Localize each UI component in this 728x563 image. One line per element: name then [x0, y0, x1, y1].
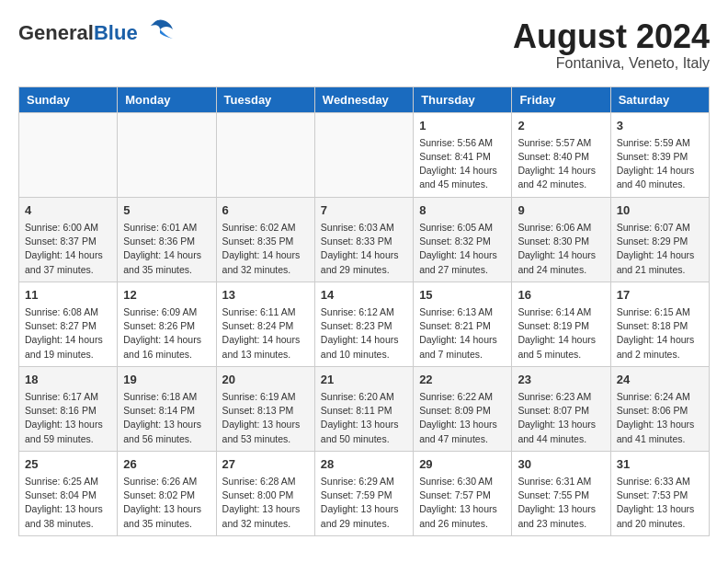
- calendar-week-2: 4Sunrise: 6:00 AM Sunset: 8:37 PM Daylig…: [19, 197, 710, 282]
- day-info: Sunrise: 6:14 AM Sunset: 8:19 PM Dayligh…: [518, 305, 604, 362]
- calendar-week-5: 25Sunrise: 6:25 AM Sunset: 8:04 PM Dayli…: [19, 451, 710, 535]
- weekday-header-friday: Friday: [512, 86, 610, 112]
- day-number: 5: [123, 202, 210, 219]
- day-number: 30: [518, 456, 604, 473]
- day-info: Sunrise: 5:57 AM Sunset: 8:40 PM Dayligh…: [518, 136, 604, 192]
- page-header: GeneralBlue August 2024 Fontaniva, Venet…: [18, 18, 710, 72]
- calendar-cell: 5Sunrise: 6:01 AM Sunset: 8:36 PM Daylig…: [118, 197, 216, 282]
- calendar-cell: 28Sunrise: 6:29 AM Sunset: 7:59 PM Dayli…: [314, 451, 413, 535]
- calendar-cell: 16Sunrise: 6:14 AM Sunset: 8:19 PM Dayli…: [512, 282, 610, 366]
- day-number: 1: [419, 118, 506, 134]
- day-info: Sunrise: 6:25 AM Sunset: 8:04 PM Dayligh…: [25, 475, 111, 531]
- day-number: 20: [222, 372, 309, 388]
- logo-bird-icon: [142, 17, 175, 48]
- calendar-cell: 20Sunrise: 6:19 AM Sunset: 8:13 PM Dayli…: [216, 366, 314, 451]
- day-number: 8: [419, 202, 506, 219]
- location-title: Fontaniva, Veneto, Italy: [513, 55, 710, 72]
- day-number: 21: [321, 372, 407, 388]
- calendar-cell: 22Sunrise: 6:22 AM Sunset: 8:09 PM Dayli…: [414, 366, 512, 451]
- day-info: Sunrise: 6:23 AM Sunset: 8:07 PM Dayligh…: [518, 390, 604, 446]
- day-number: 29: [419, 456, 506, 473]
- calendar-cell: 24Sunrise: 6:24 AM Sunset: 8:06 PM Dayli…: [610, 366, 709, 451]
- calendar-week-3: 11Sunrise: 6:08 AM Sunset: 8:27 PM Dayli…: [19, 282, 710, 366]
- calendar-cell: [19, 112, 118, 197]
- calendar-week-1: 1Sunrise: 5:56 AM Sunset: 8:41 PM Daylig…: [19, 112, 710, 197]
- calendar-cell: 26Sunrise: 6:26 AM Sunset: 8:02 PM Dayli…: [118, 451, 216, 535]
- day-number: 9: [518, 202, 604, 219]
- day-number: 18: [25, 372, 111, 388]
- day-number: 27: [222, 456, 309, 473]
- calendar-cell: 18Sunrise: 6:17 AM Sunset: 8:16 PM Dayli…: [19, 366, 118, 451]
- day-info: Sunrise: 6:03 AM Sunset: 8:33 PM Dayligh…: [321, 221, 407, 277]
- weekday-header-wednesday: Wednesday: [314, 86, 413, 112]
- day-info: Sunrise: 6:12 AM Sunset: 8:23 PM Dayligh…: [321, 305, 407, 362]
- day-number: 17: [617, 287, 703, 304]
- calendar-cell: 19Sunrise: 6:18 AM Sunset: 8:14 PM Dayli…: [118, 366, 216, 451]
- day-number: 25: [25, 456, 111, 473]
- day-number: 3: [617, 118, 703, 134]
- weekday-header-thursday: Thursday: [414, 86, 512, 112]
- calendar-cell: [216, 112, 314, 197]
- calendar-cell: 30Sunrise: 6:31 AM Sunset: 7:55 PM Dayli…: [512, 451, 610, 535]
- day-info: Sunrise: 6:28 AM Sunset: 8:00 PM Dayligh…: [222, 475, 309, 531]
- calendar-cell: 17Sunrise: 6:15 AM Sunset: 8:18 PM Dayli…: [610, 282, 709, 366]
- calendar-cell: 31Sunrise: 6:33 AM Sunset: 7:53 PM Dayli…: [610, 451, 709, 535]
- day-info: Sunrise: 5:59 AM Sunset: 8:39 PM Dayligh…: [617, 136, 703, 192]
- calendar-cell: 14Sunrise: 6:12 AM Sunset: 8:23 PM Dayli…: [314, 282, 413, 366]
- day-info: Sunrise: 6:30 AM Sunset: 7:57 PM Dayligh…: [419, 475, 506, 531]
- day-info: Sunrise: 5:56 AM Sunset: 8:41 PM Dayligh…: [419, 136, 506, 192]
- calendar-cell: [314, 112, 413, 197]
- day-info: Sunrise: 6:22 AM Sunset: 8:09 PM Dayligh…: [419, 390, 506, 446]
- weekday-header-sunday: Sunday: [19, 86, 118, 112]
- weekday-header-saturday: Saturday: [610, 86, 709, 112]
- day-info: Sunrise: 6:31 AM Sunset: 7:55 PM Dayligh…: [518, 475, 604, 531]
- calendar-cell: [118, 112, 216, 197]
- day-info: Sunrise: 6:13 AM Sunset: 8:21 PM Dayligh…: [419, 305, 506, 362]
- day-number: 12: [123, 287, 210, 304]
- calendar-table: SundayMondayTuesdayWednesdayThursdayFrid…: [18, 86, 710, 536]
- weekday-header-monday: Monday: [118, 86, 216, 112]
- title-section: August 2024 Fontaniva, Veneto, Italy: [513, 18, 710, 72]
- day-info: Sunrise: 6:02 AM Sunset: 8:35 PM Dayligh…: [222, 221, 309, 277]
- day-number: 16: [518, 287, 604, 304]
- calendar-cell: 25Sunrise: 6:25 AM Sunset: 8:04 PM Dayli…: [19, 451, 118, 535]
- weekday-header-tuesday: Tuesday: [216, 86, 314, 112]
- calendar-cell: 10Sunrise: 6:07 AM Sunset: 8:29 PM Dayli…: [610, 197, 709, 282]
- calendar-cell: 12Sunrise: 6:09 AM Sunset: 8:26 PM Dayli…: [118, 282, 216, 366]
- calendar-cell: 27Sunrise: 6:28 AM Sunset: 8:00 PM Dayli…: [216, 451, 314, 535]
- day-info: Sunrise: 6:24 AM Sunset: 8:06 PM Dayligh…: [617, 390, 703, 446]
- calendar-cell: 2Sunrise: 5:57 AM Sunset: 8:40 PM Daylig…: [512, 112, 610, 197]
- day-info: Sunrise: 6:11 AM Sunset: 8:24 PM Dayligh…: [222, 305, 309, 362]
- calendar-cell: 1Sunrise: 5:56 AM Sunset: 8:41 PM Daylig…: [414, 112, 512, 197]
- calendar-cell: 9Sunrise: 6:06 AM Sunset: 8:30 PM Daylig…: [512, 197, 610, 282]
- day-number: 11: [25, 287, 111, 304]
- day-number: 14: [321, 287, 407, 304]
- day-info: Sunrise: 6:05 AM Sunset: 8:32 PM Dayligh…: [419, 221, 506, 277]
- day-info: Sunrise: 6:19 AM Sunset: 8:13 PM Dayligh…: [222, 390, 309, 446]
- calendar-cell: 8Sunrise: 6:05 AM Sunset: 8:32 PM Daylig…: [414, 197, 512, 282]
- logo-general: General: [18, 21, 94, 44]
- day-info: Sunrise: 6:08 AM Sunset: 8:27 PM Dayligh…: [25, 305, 111, 362]
- calendar-cell: 23Sunrise: 6:23 AM Sunset: 8:07 PM Dayli…: [512, 366, 610, 451]
- day-info: Sunrise: 6:09 AM Sunset: 8:26 PM Dayligh…: [123, 305, 210, 362]
- day-info: Sunrise: 6:29 AM Sunset: 7:59 PM Dayligh…: [321, 475, 407, 531]
- day-info: Sunrise: 6:20 AM Sunset: 8:11 PM Dayligh…: [321, 390, 407, 446]
- day-info: Sunrise: 6:26 AM Sunset: 8:02 PM Dayligh…: [123, 475, 210, 531]
- day-number: 23: [518, 372, 604, 388]
- day-info: Sunrise: 6:33 AM Sunset: 7:53 PM Dayligh…: [617, 475, 703, 531]
- calendar-cell: 11Sunrise: 6:08 AM Sunset: 8:27 PM Dayli…: [19, 282, 118, 366]
- logo: GeneralBlue: [18, 18, 175, 48]
- day-info: Sunrise: 6:18 AM Sunset: 8:14 PM Dayligh…: [123, 390, 210, 446]
- calendar-week-4: 18Sunrise: 6:17 AM Sunset: 8:16 PM Dayli…: [19, 366, 710, 451]
- day-number: 13: [222, 287, 309, 304]
- day-number: 28: [321, 456, 407, 473]
- day-info: Sunrise: 6:17 AM Sunset: 8:16 PM Dayligh…: [25, 390, 111, 446]
- calendar-cell: 29Sunrise: 6:30 AM Sunset: 7:57 PM Dayli…: [414, 451, 512, 535]
- calendar-cell: 4Sunrise: 6:00 AM Sunset: 8:37 PM Daylig…: [19, 197, 118, 282]
- day-info: Sunrise: 6:07 AM Sunset: 8:29 PM Dayligh…: [617, 221, 703, 277]
- day-number: 4: [25, 202, 111, 219]
- day-info: Sunrise: 6:06 AM Sunset: 8:30 PM Dayligh…: [518, 221, 604, 277]
- calendar-cell: 21Sunrise: 6:20 AM Sunset: 8:11 PM Dayli…: [314, 366, 413, 451]
- day-number: 31: [617, 456, 703, 473]
- calendar-cell: 6Sunrise: 6:02 AM Sunset: 8:35 PM Daylig…: [216, 197, 314, 282]
